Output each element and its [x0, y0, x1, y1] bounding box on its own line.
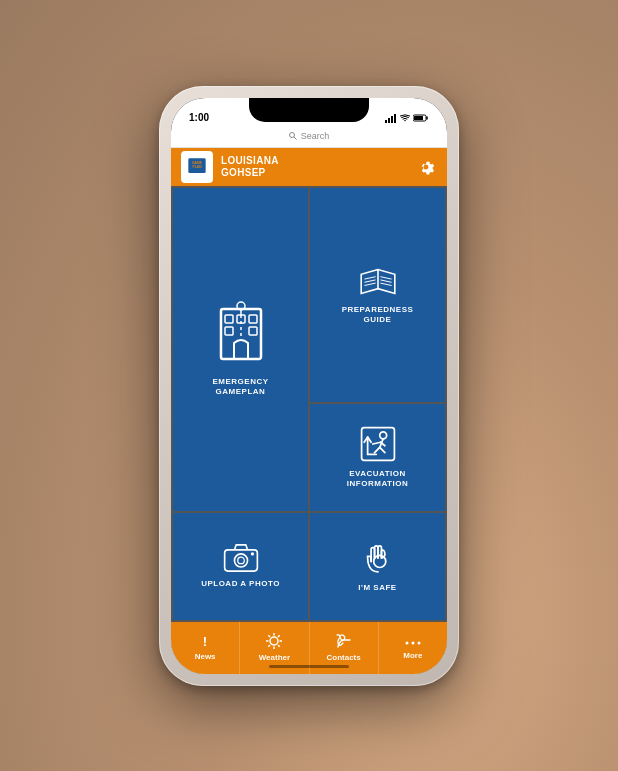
svg-line-41 — [269, 635, 271, 637]
grid-label-preparedness-guide: PREPAREDNESSGUIDE — [342, 305, 414, 326]
svg-line-43 — [278, 635, 280, 637]
grid-item-evacuation-information[interactable]: EVACUATIONINFORMATION — [310, 404, 445, 511]
svg-point-45 — [405, 642, 408, 645]
notch — [249, 98, 369, 122]
signal-icon — [385, 114, 397, 123]
camera-icon — [223, 543, 259, 573]
svg-point-47 — [417, 642, 420, 645]
phone-shell: 1:00 — [159, 86, 459, 686]
status-icons — [385, 114, 429, 123]
search-label: Search — [301, 131, 330, 141]
app-logo: GAME PLAN — [181, 151, 213, 183]
tab-news-label: News — [195, 652, 216, 661]
search-icon — [289, 132, 297, 140]
grid-label-emergency-gameplan: EMERGENCYGAMEPLAN — [212, 377, 268, 398]
settings-icon[interactable] — [415, 156, 437, 178]
grid-label-im-safe: I'M SAFE — [358, 583, 396, 593]
app-header: GAME PLAN LOUISIANA GOHSEP — [171, 148, 447, 186]
svg-line-25 — [380, 276, 391, 278]
svg-rect-3 — [394, 114, 396, 123]
svg-point-32 — [237, 557, 244, 564]
svg-rect-17 — [249, 327, 257, 335]
tab-more-label: More — [403, 651, 422, 660]
svg-line-22 — [364, 276, 375, 278]
grid-item-preparedness-guide[interactable]: PREPAREDNESSGUIDE — [310, 188, 445, 402]
book-icon — [358, 264, 398, 299]
evacuation-icon — [359, 425, 397, 463]
svg-line-23 — [364, 280, 375, 282]
svg-line-26 — [380, 280, 391, 282]
svg-rect-1 — [388, 118, 390, 123]
svg-rect-0 — [385, 120, 387, 123]
building-icon — [211, 301, 271, 371]
search-bar[interactable]: Search — [171, 126, 447, 148]
svg-point-33 — [250, 552, 253, 555]
svg-line-44 — [269, 645, 271, 647]
svg-rect-5 — [414, 116, 423, 120]
tab-contacts-label: Contacts — [327, 653, 361, 662]
logo-map-icon: GAME PLAN — [187, 157, 207, 177]
ok-hand-icon — [362, 539, 394, 577]
svg-point-34 — [373, 555, 385, 567]
svg-rect-2 — [391, 116, 393, 123]
home-indicator — [269, 665, 349, 668]
more-icon — [405, 635, 421, 649]
svg-point-36 — [270, 637, 278, 645]
wifi-icon — [400, 114, 410, 122]
svg-point-46 — [411, 642, 414, 645]
svg-line-27 — [380, 283, 391, 285]
tab-more[interactable]: More — [379, 622, 447, 674]
svg-line-7 — [294, 137, 297, 140]
svg-line-42 — [278, 645, 280, 647]
svg-rect-28 — [361, 427, 394, 460]
grid-item-upload-photo[interactable]: UPLOAD A PHOTO — [173, 513, 308, 620]
svg-text:!: ! — [203, 634, 207, 648]
status-time: 1:00 — [189, 112, 209, 123]
app-content: GAME PLAN LOUISIANA GOHSEP — [171, 148, 447, 674]
grid-item-im-safe[interactable]: I'M SAFE — [310, 513, 445, 620]
app-grid: EMERGENCYGAMEPLAN — [171, 186, 447, 622]
svg-point-31 — [234, 554, 247, 567]
news-icon: ! — [198, 634, 212, 650]
svg-rect-16 — [225, 327, 233, 335]
tab-weather-label: Weather — [259, 653, 290, 662]
phone-screen: 1:00 — [171, 98, 447, 674]
svg-rect-13 — [225, 315, 233, 323]
grid-label-evacuation-information: EVACUATIONINFORMATION — [347, 469, 408, 490]
header-title: LOUISIANA GOHSEP — [221, 155, 407, 179]
contacts-icon — [336, 633, 352, 651]
svg-point-6 — [289, 133, 294, 138]
svg-line-24 — [364, 283, 375, 285]
weather-icon — [266, 633, 282, 651]
svg-rect-15 — [249, 315, 257, 323]
battery-icon — [413, 114, 429, 122]
grid-item-emergency-gameplan[interactable]: EMERGENCYGAMEPLAN — [173, 188, 308, 511]
svg-point-29 — [379, 432, 386, 439]
grid-label-upload-photo: UPLOAD A PHOTO — [201, 579, 280, 589]
tab-news[interactable]: ! News — [171, 622, 240, 674]
